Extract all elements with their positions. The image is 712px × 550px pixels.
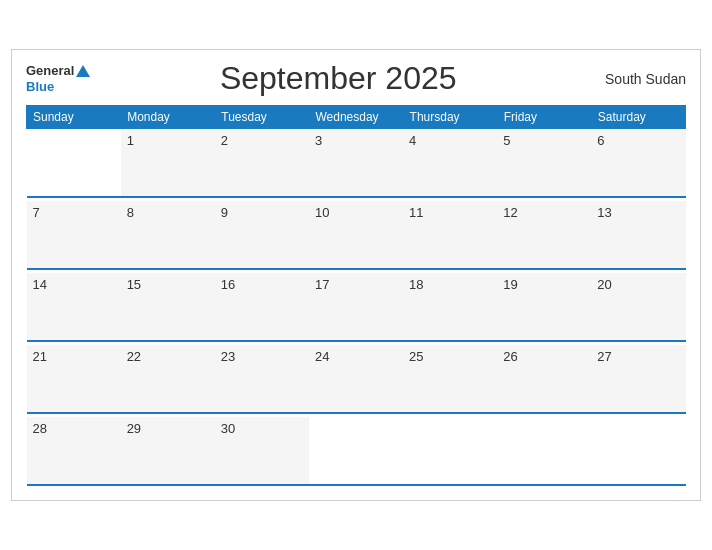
calendar-day-cell: 10 xyxy=(309,201,403,269)
calendar-day-cell: 25 xyxy=(403,345,497,413)
calendar-grid: Sunday Monday Tuesday Wednesday Thursday… xyxy=(26,105,686,486)
calendar-day-cell: 11 xyxy=(403,201,497,269)
calendar-day-cell xyxy=(591,417,685,485)
calendar-day-cell: 17 xyxy=(309,273,403,341)
calendar-day-cell: 5 xyxy=(497,129,591,197)
calendar-day-cell: 3 xyxy=(309,129,403,197)
calendar-day-cell: 30 xyxy=(215,417,309,485)
calendar-day-cell xyxy=(309,417,403,485)
calendar-day-cell: 12 xyxy=(497,201,591,269)
calendar-day-cell: 20 xyxy=(591,273,685,341)
header-friday: Friday xyxy=(497,106,591,129)
calendar-title: September 2025 xyxy=(90,60,586,97)
calendar-day-cell xyxy=(403,417,497,485)
calendar-day-cell xyxy=(27,129,121,197)
calendar-day-cell: 14 xyxy=(27,273,121,341)
calendar-day-cell: 2 xyxy=(215,129,309,197)
calendar-day-cell: 6 xyxy=(591,129,685,197)
calendar-day-cell: 26 xyxy=(497,345,591,413)
calendar-day-cell: 24 xyxy=(309,345,403,413)
calendar-day-cell: 22 xyxy=(121,345,215,413)
calendar-day-cell: 15 xyxy=(121,273,215,341)
header-wednesday: Wednesday xyxy=(309,106,403,129)
calendar-day-cell: 8 xyxy=(121,201,215,269)
calendar-day-cell: 4 xyxy=(403,129,497,197)
calendar-day-cell: 27 xyxy=(591,345,685,413)
calendar-day-cell: 19 xyxy=(497,273,591,341)
calendar-day-cell: 1 xyxy=(121,129,215,197)
calendar-day-cell: 16 xyxy=(215,273,309,341)
weekday-header-row: Sunday Monday Tuesday Wednesday Thursday… xyxy=(27,106,686,129)
calendar-day-cell xyxy=(497,417,591,485)
calendar-day-cell: 13 xyxy=(591,201,685,269)
calendar-week-row: 21222324252627 xyxy=(27,345,686,413)
calendar-day-cell: 21 xyxy=(27,345,121,413)
logo-triangle-icon xyxy=(76,65,90,77)
header-thursday: Thursday xyxy=(403,106,497,129)
region-label: South Sudan xyxy=(586,71,686,87)
calendar-week-row: 282930 xyxy=(27,417,686,485)
header-tuesday: Tuesday xyxy=(215,106,309,129)
calendar-day-cell: 9 xyxy=(215,201,309,269)
calendar-day-cell: 28 xyxy=(27,417,121,485)
calendar-day-cell: 7 xyxy=(27,201,121,269)
calendar-day-cell: 29 xyxy=(121,417,215,485)
calendar-week-row: 123456 xyxy=(27,129,686,197)
logo-general-text: General xyxy=(26,63,74,79)
calendar-day-cell: 18 xyxy=(403,273,497,341)
logo-area: General Blue xyxy=(26,63,90,94)
header-monday: Monday xyxy=(121,106,215,129)
calendar-header: General Blue September 2025 South Sudan xyxy=(26,60,686,97)
calendar-day-cell: 23 xyxy=(215,345,309,413)
header-saturday: Saturday xyxy=(591,106,685,129)
calendar-week-row: 78910111213 xyxy=(27,201,686,269)
header-sunday: Sunday xyxy=(27,106,121,129)
calendar-week-row: 14151617181920 xyxy=(27,273,686,341)
logo-blue-text: Blue xyxy=(26,79,54,95)
calendar-container: General Blue September 2025 South Sudan … xyxy=(11,49,701,501)
